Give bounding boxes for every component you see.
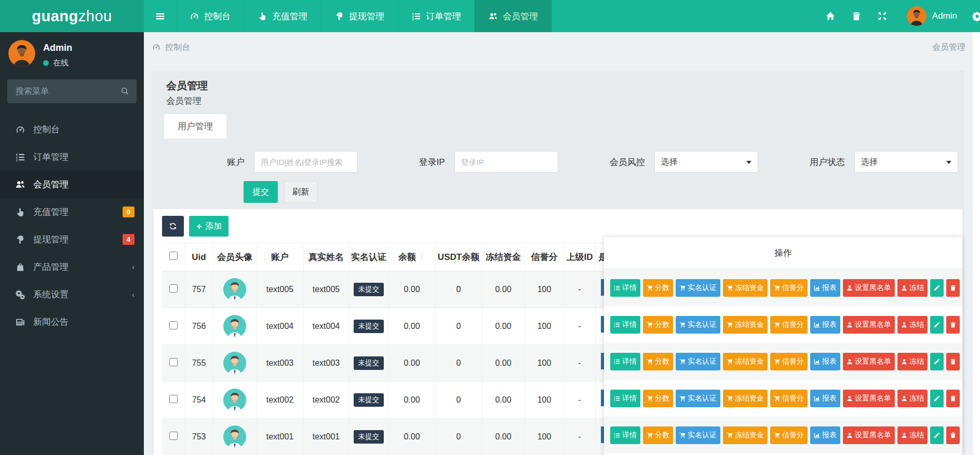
scrollbar-track[interactable] xyxy=(972,32,980,455)
sidebar-item-recharge[interactable]: 充值管理0 xyxy=(0,198,144,226)
credit-button[interactable]: 信誉分 xyxy=(770,426,808,444)
detail-button[interactable]: 详情 xyxy=(610,353,640,370)
refresh-button[interactable]: 刷新 xyxy=(284,181,317,203)
add-member-button[interactable]: 添加 xyxy=(189,216,229,237)
avatar xyxy=(8,40,35,67)
submit-button[interactable]: 提交 xyxy=(244,181,278,203)
freeze-button[interactable]: 冻结 xyxy=(897,353,928,370)
report-button[interactable]: 报表 xyxy=(810,390,840,407)
sidebar-item-orders[interactable]: 订单管理 xyxy=(0,143,144,171)
select-all-checkbox[interactable] xyxy=(169,252,178,260)
nav-item-recharge[interactable]: 充值管理 xyxy=(244,0,321,32)
user-status-select[interactable]: 选择 xyxy=(854,151,958,173)
user-icon xyxy=(901,359,907,365)
sidebar-item-news[interactable]: 新闻公告 xyxy=(0,308,144,336)
nav-item-orders[interactable]: 订单管理 xyxy=(398,0,475,32)
user-menu[interactable]: Admin xyxy=(895,6,965,26)
delete-button[interactable] xyxy=(946,426,960,444)
credit-button[interactable]: 信誉分 xyxy=(770,390,808,407)
blacklist-button[interactable]: 设置黑名单 xyxy=(843,279,895,297)
blacklist-button[interactable]: 设置黑名单 xyxy=(843,316,895,334)
cell-frozen: 0.00 xyxy=(482,345,525,382)
home-button[interactable] xyxy=(817,0,843,32)
delete-button[interactable] xyxy=(946,353,960,370)
freeze-button[interactable]: 冻结 xyxy=(897,390,928,407)
row-checkbox[interactable] xyxy=(169,432,178,440)
credit-button[interactable]: 信誉分 xyxy=(770,316,808,334)
edit-button[interactable] xyxy=(930,279,944,297)
sidebar-toggle-button[interactable] xyxy=(144,0,176,32)
detail-button[interactable]: 详情 xyxy=(610,426,640,444)
credit-button[interactable]: 信誉分 xyxy=(770,353,808,370)
freeze-button[interactable]: 冻结 xyxy=(897,426,928,444)
detail-button[interactable]: 详情 xyxy=(610,316,640,334)
row-checkbox[interactable] xyxy=(169,395,178,403)
detail-button[interactable]: 详情 xyxy=(610,390,640,407)
trash-icon xyxy=(950,395,956,402)
score-button[interactable]: 分数 xyxy=(643,353,673,370)
realname-button[interactable]: 实名认证 xyxy=(676,390,720,407)
tab-user-management[interactable]: 用户管理 xyxy=(164,114,226,139)
nav-item-withdraw[interactable]: 提现管理 xyxy=(321,0,398,32)
edit-button[interactable] xyxy=(930,390,944,407)
blacklist-button[interactable]: 设置黑名单 xyxy=(843,426,895,444)
ops-row: 详情分数实名认证冻结资金信誉分报表设置黑名单冻结 xyxy=(604,269,962,306)
freeze-funds-button[interactable]: 冻结资金 xyxy=(723,316,768,334)
detail-button[interactable]: 详情 xyxy=(610,279,640,297)
nav-item-members[interactable]: 会员管理 xyxy=(475,0,552,32)
sidebar-item-members[interactable]: 会员管理 xyxy=(0,171,144,198)
sidebar-item-console[interactable]: 控制台 xyxy=(0,116,144,143)
account-search-input[interactable] xyxy=(254,151,358,173)
credit-button[interactable]: 信誉分 xyxy=(770,279,808,297)
row-checkbox[interactable] xyxy=(169,284,178,293)
delete-button[interactable] xyxy=(946,316,960,334)
col-uid: Uid xyxy=(185,243,213,271)
realname-button[interactable]: 实名认证 xyxy=(676,316,720,334)
login-ip-input[interactable] xyxy=(454,151,558,173)
col-balance[interactable]: 余额 xyxy=(388,243,435,271)
report-button[interactable]: 报表 xyxy=(810,316,840,334)
score-button[interactable]: 分数 xyxy=(643,279,673,297)
cart-icon xyxy=(774,322,780,328)
row-checkbox[interactable] xyxy=(169,321,178,329)
sidebar-item-settings[interactable]: 系统设置‹ xyxy=(0,281,144,308)
report-button[interactable]: 报表 xyxy=(810,279,840,297)
clear-cache-button[interactable] xyxy=(843,0,869,32)
delete-button[interactable] xyxy=(946,390,960,407)
report-button[interactable]: 报表 xyxy=(810,426,840,444)
settings-button[interactable] xyxy=(965,0,980,32)
cart-icon xyxy=(679,285,686,291)
freeze-funds-button[interactable]: 冻结资金 xyxy=(723,279,768,297)
search-icon[interactable] xyxy=(120,87,129,95)
fullscreen-button[interactable] xyxy=(869,0,895,32)
edit-button[interactable] xyxy=(930,353,944,370)
freeze-button[interactable]: 冻结 xyxy=(897,316,928,334)
realname-button[interactable]: 实名认证 xyxy=(676,279,720,297)
blacklist-button[interactable]: 设置黑名单 xyxy=(843,390,895,407)
delete-button[interactable] xyxy=(946,279,960,297)
score-button[interactable]: 分数 xyxy=(643,316,673,334)
freeze-funds-button[interactable]: 冻结资金 xyxy=(723,426,768,444)
reload-table-button[interactable] xyxy=(162,216,184,237)
hand-down-icon xyxy=(15,235,26,244)
edit-button[interactable] xyxy=(930,426,944,444)
realname-button[interactable]: 实名认证 xyxy=(676,353,720,370)
nav-item-console[interactable]: 控制台 xyxy=(176,0,244,32)
realname-button[interactable]: 实名认证 xyxy=(676,426,720,444)
score-button[interactable]: 分数 xyxy=(643,390,673,407)
report-button[interactable]: 报表 xyxy=(810,353,840,370)
freeze-funds-button[interactable]: 冻结资金 xyxy=(723,390,768,407)
blacklist-button[interactable]: 设置黑名单 xyxy=(843,353,895,370)
app-logo[interactable]: guangzhou xyxy=(0,0,144,32)
score-button[interactable]: 分数 xyxy=(643,426,673,444)
sidebar-item-products[interactable]: 产品管理‹ xyxy=(0,253,144,281)
row-checkbox[interactable] xyxy=(169,358,178,366)
sidebar-item-withdraw[interactable]: 提现管理4 xyxy=(0,226,144,253)
breadcrumb-console-link[interactable]: 控制台 xyxy=(165,42,190,53)
freeze-button[interactable]: 冻结 xyxy=(897,279,928,297)
freeze-funds-button[interactable]: 冻结资金 xyxy=(723,353,768,370)
risk-select[interactable]: 选择 xyxy=(654,151,758,173)
cell-parent-id: - xyxy=(564,382,595,419)
menu-search-input[interactable] xyxy=(7,79,137,103)
edit-button[interactable] xyxy=(930,316,944,334)
